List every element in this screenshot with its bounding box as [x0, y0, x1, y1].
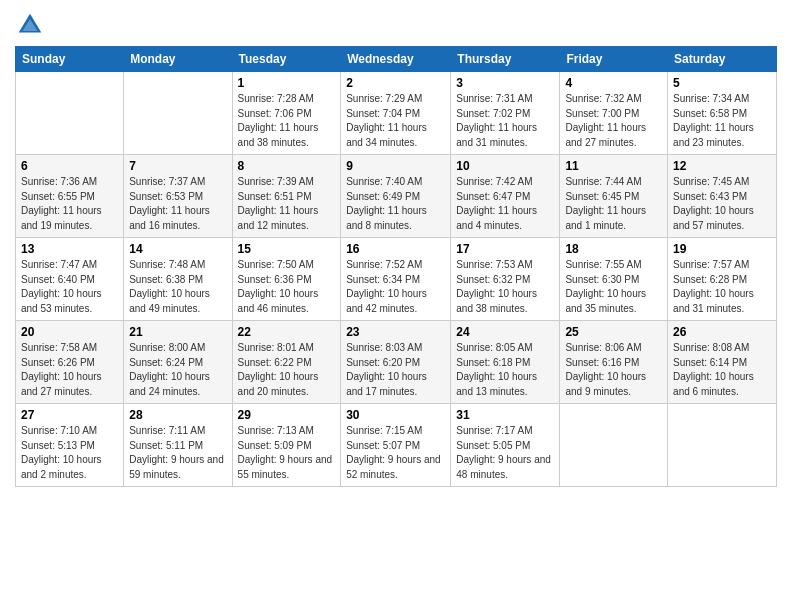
- sunset-label: Sunset: 5:11 PM: [129, 440, 203, 451]
- sunset-label: Sunset: 5:05 PM: [456, 440, 530, 451]
- day-number: 28: [129, 408, 226, 422]
- sunset-label: Sunset: 6:51 PM: [238, 191, 312, 202]
- day-info: Sunrise: 7:29 AM Sunset: 7:04 PM Dayligh…: [346, 92, 445, 150]
- sunrise-label: Sunrise: 7:52 AM: [346, 259, 422, 270]
- day-info: Sunrise: 7:58 AM Sunset: 6:26 PM Dayligh…: [21, 341, 118, 399]
- week-row-4: 20 Sunrise: 7:58 AM Sunset: 6:26 PM Dayl…: [16, 321, 777, 404]
- sunset-label: Sunset: 6:20 PM: [346, 357, 420, 368]
- sunset-label: Sunset: 6:43 PM: [673, 191, 747, 202]
- day-info: Sunrise: 7:15 AM Sunset: 5:07 PM Dayligh…: [346, 424, 445, 482]
- daylight-label: Daylight: 11 hours and 38 minutes.: [238, 122, 319, 148]
- sunset-label: Sunset: 7:02 PM: [456, 108, 530, 119]
- weekday-header-wednesday: Wednesday: [341, 47, 451, 72]
- day-cell: [560, 404, 668, 487]
- day-cell: 18 Sunrise: 7:55 AM Sunset: 6:30 PM Dayl…: [560, 238, 668, 321]
- sunrise-label: Sunrise: 8:01 AM: [238, 342, 314, 353]
- day-cell: 5 Sunrise: 7:34 AM Sunset: 6:58 PM Dayli…: [668, 72, 777, 155]
- daylight-label: Daylight: 10 hours and 17 minutes.: [346, 371, 427, 397]
- week-row-1: 1 Sunrise: 7:28 AM Sunset: 7:06 PM Dayli…: [16, 72, 777, 155]
- sunrise-label: Sunrise: 7:36 AM: [21, 176, 97, 187]
- week-row-2: 6 Sunrise: 7:36 AM Sunset: 6:55 PM Dayli…: [16, 155, 777, 238]
- day-number: 30: [346, 408, 445, 422]
- sunrise-label: Sunrise: 7:13 AM: [238, 425, 314, 436]
- daylight-label: Daylight: 11 hours and 19 minutes.: [21, 205, 102, 231]
- day-number: 29: [238, 408, 336, 422]
- daylight-label: Daylight: 11 hours and 34 minutes.: [346, 122, 427, 148]
- day-cell: 9 Sunrise: 7:40 AM Sunset: 6:49 PM Dayli…: [341, 155, 451, 238]
- daylight-label: Daylight: 10 hours and 27 minutes.: [21, 371, 102, 397]
- day-info: Sunrise: 8:03 AM Sunset: 6:20 PM Dayligh…: [346, 341, 445, 399]
- day-number: 24: [456, 325, 554, 339]
- sunset-label: Sunset: 5:07 PM: [346, 440, 420, 451]
- sunset-label: Sunset: 7:04 PM: [346, 108, 420, 119]
- sunrise-label: Sunrise: 7:44 AM: [565, 176, 641, 187]
- day-number: 22: [238, 325, 336, 339]
- sunrise-label: Sunrise: 7:29 AM: [346, 93, 422, 104]
- week-row-5: 27 Sunrise: 7:10 AM Sunset: 5:13 PM Dayl…: [16, 404, 777, 487]
- daylight-label: Daylight: 10 hours and 13 minutes.: [456, 371, 537, 397]
- day-info: Sunrise: 7:28 AM Sunset: 7:06 PM Dayligh…: [238, 92, 336, 150]
- day-number: 5: [673, 76, 771, 90]
- day-info: Sunrise: 7:52 AM Sunset: 6:34 PM Dayligh…: [346, 258, 445, 316]
- day-cell: 19 Sunrise: 7:57 AM Sunset: 6:28 PM Dayl…: [668, 238, 777, 321]
- daylight-label: Daylight: 10 hours and 31 minutes.: [673, 288, 754, 314]
- weekday-header-thursday: Thursday: [451, 47, 560, 72]
- weekday-header-monday: Monday: [124, 47, 232, 72]
- sunrise-label: Sunrise: 8:03 AM: [346, 342, 422, 353]
- daylight-label: Daylight: 11 hours and 12 minutes.: [238, 205, 319, 231]
- sunset-label: Sunset: 6:38 PM: [129, 274, 203, 285]
- sunrise-label: Sunrise: 7:58 AM: [21, 342, 97, 353]
- day-cell: 22 Sunrise: 8:01 AM Sunset: 6:22 PM Dayl…: [232, 321, 341, 404]
- daylight-label: Daylight: 10 hours and 35 minutes.: [565, 288, 646, 314]
- day-info: Sunrise: 7:40 AM Sunset: 6:49 PM Dayligh…: [346, 175, 445, 233]
- day-number: 4: [565, 76, 662, 90]
- sunrise-label: Sunrise: 8:08 AM: [673, 342, 749, 353]
- day-cell: 15 Sunrise: 7:50 AM Sunset: 6:36 PM Dayl…: [232, 238, 341, 321]
- day-cell: 25 Sunrise: 8:06 AM Sunset: 6:16 PM Dayl…: [560, 321, 668, 404]
- sunrise-label: Sunrise: 7:28 AM: [238, 93, 314, 104]
- day-cell: 21 Sunrise: 8:00 AM Sunset: 6:24 PM Dayl…: [124, 321, 232, 404]
- day-cell: 26 Sunrise: 8:08 AM Sunset: 6:14 PM Dayl…: [668, 321, 777, 404]
- daylight-label: Daylight: 10 hours and 46 minutes.: [238, 288, 319, 314]
- daylight-label: Daylight: 10 hours and 24 minutes.: [129, 371, 210, 397]
- sunrise-label: Sunrise: 7:53 AM: [456, 259, 532, 270]
- header: [15, 10, 777, 40]
- day-cell: 7 Sunrise: 7:37 AM Sunset: 6:53 PM Dayli…: [124, 155, 232, 238]
- day-info: Sunrise: 7:36 AM Sunset: 6:55 PM Dayligh…: [21, 175, 118, 233]
- day-number: 31: [456, 408, 554, 422]
- sunrise-label: Sunrise: 8:06 AM: [565, 342, 641, 353]
- sunset-label: Sunset: 6:45 PM: [565, 191, 639, 202]
- day-number: 13: [21, 242, 118, 256]
- day-number: 23: [346, 325, 445, 339]
- day-info: Sunrise: 7:53 AM Sunset: 6:32 PM Dayligh…: [456, 258, 554, 316]
- sunrise-label: Sunrise: 7:34 AM: [673, 93, 749, 104]
- sunrise-label: Sunrise: 7:32 AM: [565, 93, 641, 104]
- sunset-label: Sunset: 6:34 PM: [346, 274, 420, 285]
- day-info: Sunrise: 7:48 AM Sunset: 6:38 PM Dayligh…: [129, 258, 226, 316]
- day-cell: 29 Sunrise: 7:13 AM Sunset: 5:09 PM Dayl…: [232, 404, 341, 487]
- daylight-label: Daylight: 11 hours and 16 minutes.: [129, 205, 210, 231]
- sunrise-label: Sunrise: 7:10 AM: [21, 425, 97, 436]
- day-cell: 31 Sunrise: 7:17 AM Sunset: 5:05 PM Dayl…: [451, 404, 560, 487]
- day-cell: 11 Sunrise: 7:44 AM Sunset: 6:45 PM Dayl…: [560, 155, 668, 238]
- day-info: Sunrise: 7:31 AM Sunset: 7:02 PM Dayligh…: [456, 92, 554, 150]
- sunset-label: Sunset: 6:22 PM: [238, 357, 312, 368]
- day-info: Sunrise: 8:00 AM Sunset: 6:24 PM Dayligh…: [129, 341, 226, 399]
- day-number: 18: [565, 242, 662, 256]
- sunrise-label: Sunrise: 7:47 AM: [21, 259, 97, 270]
- sunset-label: Sunset: 6:40 PM: [21, 274, 95, 285]
- day-cell: 8 Sunrise: 7:39 AM Sunset: 6:51 PM Dayli…: [232, 155, 341, 238]
- day-info: Sunrise: 7:55 AM Sunset: 6:30 PM Dayligh…: [565, 258, 662, 316]
- day-number: 17: [456, 242, 554, 256]
- day-cell: 2 Sunrise: 7:29 AM Sunset: 7:04 PM Dayli…: [341, 72, 451, 155]
- day-number: 20: [21, 325, 118, 339]
- day-info: Sunrise: 7:13 AM Sunset: 5:09 PM Dayligh…: [238, 424, 336, 482]
- sunset-label: Sunset: 6:28 PM: [673, 274, 747, 285]
- day-number: 1: [238, 76, 336, 90]
- sunrise-label: Sunrise: 7:15 AM: [346, 425, 422, 436]
- daylight-label: Daylight: 10 hours and 38 minutes.: [456, 288, 537, 314]
- day-cell: 13 Sunrise: 7:47 AM Sunset: 6:40 PM Dayl…: [16, 238, 124, 321]
- sunrise-label: Sunrise: 7:37 AM: [129, 176, 205, 187]
- daylight-label: Daylight: 11 hours and 27 minutes.: [565, 122, 646, 148]
- daylight-label: Daylight: 9 hours and 55 minutes.: [238, 454, 333, 480]
